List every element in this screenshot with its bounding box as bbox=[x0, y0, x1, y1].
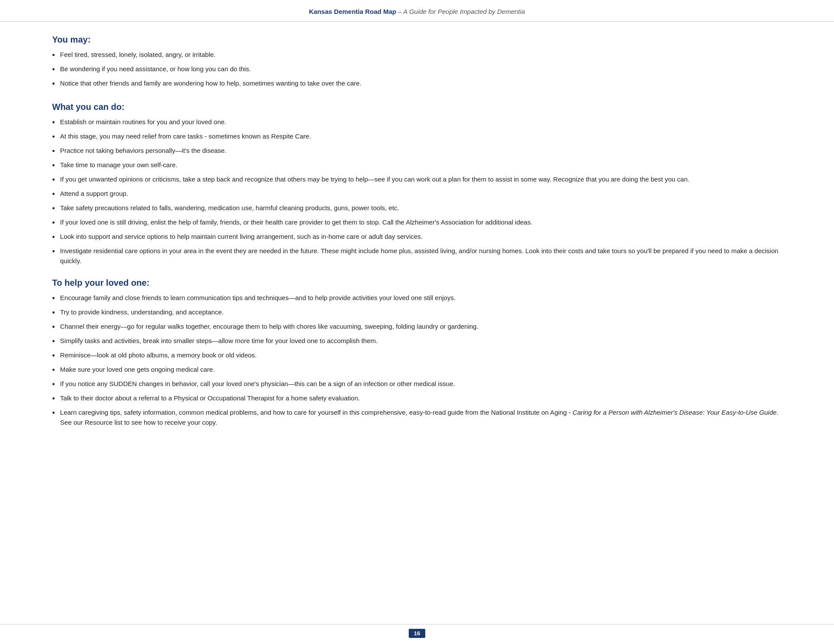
list-item: If you notice any SUDDEN changes in beha… bbox=[52, 379, 782, 390]
list-item: If you get unwanted opinions or criticis… bbox=[52, 175, 782, 186]
list-item: Look into support and service options to… bbox=[52, 232, 782, 243]
list-item: Channel their energy—go for regular walk… bbox=[52, 322, 782, 333]
list-item: Learn caregiving tips, safety informatio… bbox=[52, 408, 782, 427]
list-item: Establish or maintain routines for you a… bbox=[52, 117, 782, 129]
list-item: Practice not taking behaviors personally… bbox=[52, 146, 782, 157]
section-what-you-can-do: What you can do:Establish or maintain ro… bbox=[52, 102, 782, 266]
list-item: Make sure your loved one gets ongoing me… bbox=[52, 365, 782, 376]
page-footer: 16 bbox=[0, 624, 834, 644]
section-heading-to-help-loved-one: To help your loved one: bbox=[52, 278, 782, 288]
list-item: At this stage, you may need relief from … bbox=[52, 132, 782, 143]
list-item: Reminisce—look at old photo albums, a me… bbox=[52, 350, 782, 362]
main-content: You may:Feel tired, stressed, lonely, is… bbox=[0, 22, 834, 624]
page-header: Kansas Dementia Road Map – A Guide for P… bbox=[0, 0, 834, 22]
list-item: Simplify tasks and activities, break int… bbox=[52, 336, 782, 347]
list-item: Feel tired, stressed, lonely, isolated, … bbox=[52, 50, 782, 61]
list-item: If your loved one is still driving, enli… bbox=[52, 218, 782, 229]
list-item: Take safety precautions related to falls… bbox=[52, 203, 782, 215]
header-title-bold: Kansas Dementia Road Map bbox=[309, 8, 396, 15]
list-item: Attend a support group. bbox=[52, 189, 782, 200]
list-item-text-before: Learn caregiving tips, safety informatio… bbox=[60, 409, 573, 416]
bullet-list-what-you-can-do: Establish or maintain routines for you a… bbox=[52, 117, 782, 266]
list-item-content: Learn caregiving tips, safety informatio… bbox=[60, 408, 782, 427]
bullet-list-you-may: Feel tired, stressed, lonely, isolated, … bbox=[52, 50, 782, 90]
section-you-may: You may:Feel tired, stressed, lonely, is… bbox=[52, 35, 782, 90]
list-item: Notice that other friends and family are… bbox=[52, 79, 782, 90]
list-item: Encourage family and close friends to le… bbox=[52, 293, 782, 304]
list-item-italic: Caring for a Person with Alzheimer's Dis… bbox=[573, 409, 777, 416]
header-title-italic: – A Guide for People Impacted by Dementi… bbox=[396, 8, 525, 15]
list-item: Talk to their doctor about a referral to… bbox=[52, 393, 782, 405]
list-item: Investigate residential care options in … bbox=[52, 246, 782, 266]
page-number: 16 bbox=[409, 629, 425, 638]
section-heading-you-may: You may: bbox=[52, 35, 782, 45]
list-item: Take time to manage your own self-care. bbox=[52, 160, 782, 172]
bullet-list-to-help-loved-one: Encourage family and close friends to le… bbox=[52, 293, 782, 427]
list-item: Be wondering if you need assistance, or … bbox=[52, 64, 782, 76]
list-item: Try to provide kindness, understanding, … bbox=[52, 307, 782, 319]
section-to-help-loved-one: To help your loved one:Encourage family … bbox=[52, 278, 782, 427]
section-heading-what-you-can-do: What you can do: bbox=[52, 102, 782, 112]
